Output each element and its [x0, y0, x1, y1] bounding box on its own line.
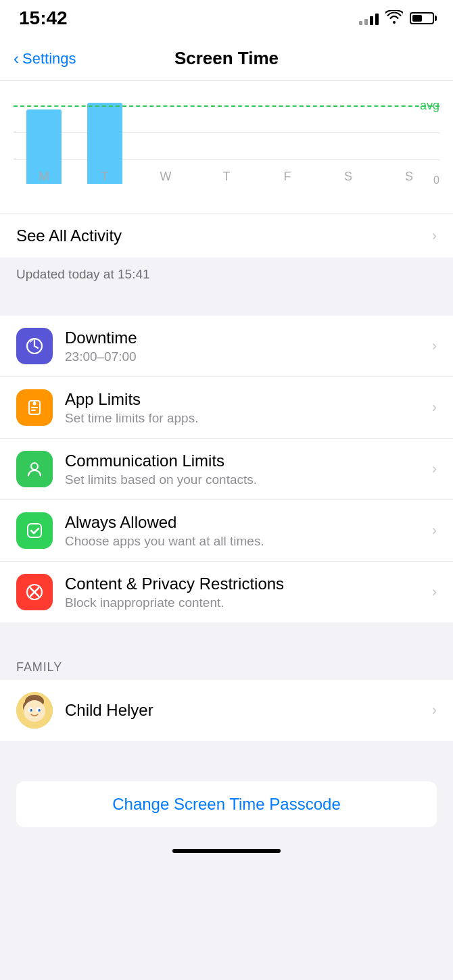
- home-bar: [172, 849, 281, 853]
- home-indicator: [0, 838, 453, 860]
- child-name: Child Helyer: [65, 701, 425, 720]
- content-privacy-row[interactable]: Content & Privacy Restrictions Block ina…: [0, 562, 453, 622]
- child-text: Child Helyer: [65, 701, 425, 720]
- page-title: Screen Time: [174, 48, 279, 69]
- chart-bars: M T W T F: [14, 92, 439, 200]
- status-icons: [359, 10, 434, 27]
- content-privacy-icon: [16, 574, 53, 610]
- see-all-chevron-icon: ›: [432, 227, 437, 245]
- back-button[interactable]: ‹ Settings: [14, 49, 76, 68]
- downtime-subtitle: 23:00–07:00: [65, 349, 425, 364]
- separator-3: [0, 741, 453, 765]
- communication-limits-subtitle: Set limits based on your contacts.: [65, 472, 425, 487]
- communication-limits-text: Communication Limits Set limits based on…: [65, 451, 425, 487]
- app-limits-title: App Limits: [65, 390, 425, 409]
- family-header: FAMILY: [0, 647, 453, 680]
- footer-inner: Change Screen Time Passcode: [16, 781, 437, 827]
- child-content: Child Helyer: [16, 692, 425, 729]
- day-label-s2: S: [405, 170, 413, 184]
- updated-text: Updated today at 15:41: [16, 267, 150, 281]
- separator-2: [0, 622, 453, 647]
- back-chevron-icon: ‹: [14, 49, 19, 68]
- child-chevron-icon: ›: [432, 702, 437, 719]
- family-section: Child Helyer ›: [0, 680, 453, 741]
- see-all-label: See All Activity: [16, 226, 122, 245]
- always-allowed-content: Always Allowed Choose apps you want at a…: [16, 512, 425, 549]
- content-privacy-subtitle: Block inappropriate content.: [65, 595, 425, 610]
- nav-bar: ‹ Settings Screen Time: [0, 36, 453, 81]
- see-all-row[interactable]: See All Activity ›: [0, 214, 453, 258]
- downtime-icon: [16, 328, 53, 364]
- wifi-icon: [385, 10, 403, 27]
- app-limits-subtitle: Set time limits for apps.: [65, 411, 425, 426]
- always-allowed-subtitle: Choose apps you want at all times.: [65, 534, 425, 549]
- day-label-w: W: [160, 170, 172, 184]
- downtime-content: Downtime 23:00–07:00: [16, 328, 425, 364]
- see-all-section: See All Activity ›: [0, 214, 453, 258]
- battery-icon: [410, 12, 434, 24]
- content-privacy-chevron-icon: ›: [432, 583, 437, 601]
- app-limits-chevron-icon: ›: [432, 399, 437, 416]
- app-limits-row[interactable]: App Limits Set time limits for apps. ›: [0, 377, 453, 439]
- back-label: Settings: [22, 50, 76, 68]
- downtime-chevron-icon: ›: [432, 337, 437, 355]
- day-label-t2: T: [223, 170, 231, 184]
- downtime-title: Downtime: [65, 328, 425, 347]
- avatar: [16, 692, 53, 729]
- content-privacy-title: Content & Privacy Restrictions: [65, 574, 425, 593]
- communication-limits-content: Communication Limits Set limits based on…: [16, 451, 425, 487]
- communication-limits-chevron-icon: ›: [432, 460, 437, 478]
- svg-rect-4: [28, 524, 41, 537]
- see-all-content: See All Activity: [16, 226, 425, 245]
- day-label-t1: T: [101, 170, 109, 184]
- change-passcode-button[interactable]: Change Screen Time Passcode: [112, 795, 341, 814]
- status-time: 15:42: [19, 7, 68, 29]
- always-allowed-row[interactable]: Always Allowed Choose apps you want at a…: [0, 500, 453, 562]
- chart-section: avg 0 M T W T: [0, 81, 453, 214]
- downtime-text: Downtime 23:00–07:00: [65, 328, 425, 364]
- always-allowed-chevron-icon: ›: [432, 522, 437, 539]
- content-privacy-text: Content & Privacy Restrictions Block ina…: [65, 574, 425, 610]
- child-row[interactable]: Child Helyer ›: [0, 680, 453, 741]
- downtime-row[interactable]: Downtime 23:00–07:00 ›: [0, 316, 453, 377]
- svg-point-14: [31, 710, 32, 711]
- signal-icon: [359, 11, 379, 25]
- day-label-f: F: [284, 170, 291, 184]
- always-allowed-icon: [16, 512, 53, 549]
- settings-list: Downtime 23:00–07:00 › App Limits Set ti…: [0, 316, 453, 622]
- always-allowed-title: Always Allowed: [65, 513, 425, 532]
- svg-point-9: [24, 700, 45, 722]
- communication-limits-title: Communication Limits: [65, 451, 425, 470]
- status-bar: 15:42: [0, 0, 453, 36]
- app-limits-icon: [16, 389, 53, 426]
- updated-bar: Updated today at 15:41: [0, 258, 453, 291]
- app-limits-text: App Limits Set time limits for apps.: [65, 390, 425, 426]
- svg-point-3: [31, 463, 38, 470]
- always-allowed-text: Always Allowed Choose apps you want at a…: [65, 513, 425, 549]
- day-label-s1: S: [344, 170, 352, 184]
- content-privacy-content: Content & Privacy Restrictions Block ina…: [16, 574, 425, 610]
- usage-chart: avg 0 M T W T: [14, 92, 439, 200]
- app-limits-content: App Limits Set time limits for apps.: [16, 389, 425, 426]
- footer-section: Change Screen Time Passcode: [0, 765, 453, 838]
- svg-point-2: [33, 402, 37, 406]
- communication-limits-icon: [16, 451, 53, 487]
- day-label-m: M: [39, 170, 49, 184]
- communication-limits-row[interactable]: Communication Limits Set limits based on…: [0, 439, 453, 500]
- avg-line: [14, 105, 439, 107]
- svg-point-15: [39, 710, 41, 711]
- separator-1: [0, 291, 453, 316]
